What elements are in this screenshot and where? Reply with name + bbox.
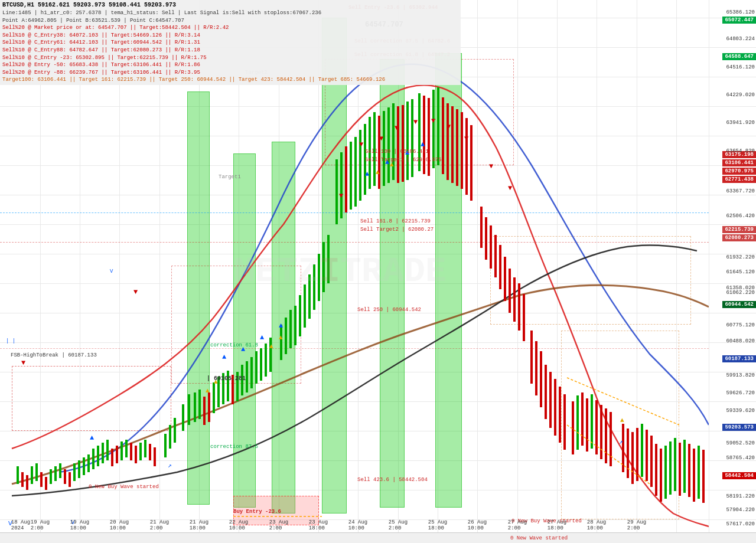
- svg-text:▲: ▲: [260, 333, 265, 342]
- svg-text:▼: ▼: [21, 359, 26, 367]
- time-label-9: 24 Aug10:00: [348, 519, 367, 531]
- price-box-65072: 65072.447: [722, 17, 756, 24]
- svg-text:▲: ▲: [365, 170, 370, 178]
- sell-target2-label: Sell Target2 | 62080.27: [360, 227, 434, 233]
- svg-text:▼: ▼: [133, 288, 138, 296]
- price-57904: 57904.220: [725, 506, 756, 513]
- correction-618: correction 61.8: [210, 342, 258, 348]
- svg-text:▲: ▲: [90, 434, 94, 442]
- svg-text:▼: ▼: [464, 135, 469, 143]
- price-box-62216: 62215.739: [722, 226, 756, 233]
- wave-buy-1: 0 New Buy Wave started: [89, 484, 159, 490]
- price-box-64589: 64588.647: [722, 53, 756, 60]
- fsb-high-label: FSB-HighToBreak | 60187.133: [11, 352, 97, 358]
- time-label-1: 19 Aug2:00: [31, 519, 50, 531]
- price-58191: 58191.220: [725, 493, 756, 500]
- svg-text:▲: ▲: [222, 353, 227, 361]
- svg-text:▼: ▼: [447, 123, 451, 131]
- price-60105: | 60105.281: [207, 375, 246, 382]
- price-box-60945: 60944.542: [722, 301, 756, 308]
- time-label-6: 22 Aug10:00: [229, 519, 248, 531]
- title-bar: BTCUSD,H1 59162.621 59203.973 59108.441 …: [2, 1, 458, 9]
- price-61932: 61932.220: [725, 254, 756, 261]
- price-64229: 64229.020: [725, 91, 756, 99]
- time-label-7: 23 Aug2:00: [269, 519, 288, 531]
- info-line11: Target100: 63106.441 || Target 161: 6221…: [2, 76, 458, 84]
- time-label-12: 26 Aug10:00: [468, 519, 487, 531]
- price-64803: 64803.224: [725, 35, 756, 42]
- sell-100-label: Sell 100 | 63106.441: [365, 149, 429, 155]
- svg-text:▼: ▼: [359, 140, 364, 149]
- svg-text:▼: ▼: [431, 117, 436, 125]
- time-label-8: 23 Aug18:00: [309, 519, 328, 531]
- svg-text:▲: ▲: [376, 169, 380, 176]
- status-bar: 0 New Wave started: [0, 532, 756, 543]
- time-label-11: 25 Aug18:00: [428, 519, 447, 531]
- info-line7: Sell%10 @ C_Entry88: 64782.647 || Target…: [2, 47, 458, 54]
- svg-text:▲: ▲: [269, 343, 273, 350]
- svg-text:↗: ↗: [619, 439, 623, 446]
- time-label-16: 29 Aug2:00: [627, 519, 646, 531]
- time-label-15: 28 Aug10:00: [587, 519, 606, 531]
- time-label-0: 18 Aug2024: [11, 519, 30, 531]
- svg-text:▼: ▼: [379, 135, 384, 143]
- price-60775: 60775.120: [725, 322, 756, 329]
- price-62506: 62506.420: [725, 212, 756, 220]
- svg-text:| |: | |: [6, 338, 15, 344]
- price-63367: 63367.720: [725, 188, 756, 195]
- info-line8: Sell%10 @ C_Entry -23: 65302.895 || Targ…: [2, 54, 458, 62]
- sell-1618-label: Sell 161.8 | 62215.739: [360, 218, 431, 224]
- price-59339: 59339.620: [725, 407, 756, 414]
- price-63655: 63654.820: [725, 148, 756, 155]
- svg-text:▼: ▼: [395, 124, 399, 132]
- svg-text:▼: ▼: [339, 192, 344, 200]
- price-58765: 58765.420: [725, 454, 756, 462]
- correction-875: correction 87.5: [210, 444, 258, 450]
- svg-text:▼: ▼: [489, 162, 494, 171]
- sell-250-label: Sell 250 | 60944.542: [357, 307, 421, 313]
- top-info-panel: BTCUSD,H1 59162.621 59203.973 59108.441 …: [0, 0, 461, 85]
- price-box-58442: 58442.504: [722, 472, 756, 479]
- price-box-59204: 59203.573: [722, 424, 756, 431]
- time-label-10: 25 Aug2:00: [389, 519, 408, 531]
- info-line9: Sell%20 @ Entry -50: 65683.438 || Target…: [2, 61, 458, 69]
- price-57617: 57617.020: [725, 521, 756, 528]
- price-box-62771: 62771.438: [722, 176, 756, 183]
- time-label-5: 21 Aug18:00: [190, 519, 208, 531]
- price-59627: 59626.720: [725, 390, 756, 397]
- price-60488: 60488.020: [725, 338, 756, 345]
- price-63942: 63941.920: [725, 119, 756, 126]
- svg-text:▲: ▲: [279, 322, 284, 330]
- time-label-14: 27 Aug18:00: [548, 519, 566, 531]
- svg-text:▲: ▲: [279, 334, 283, 341]
- info-line10: Sell%20 @ Entry -88: 66239.767 || Target…: [2, 69, 458, 77]
- svg-text:▲: ▲: [421, 140, 425, 149]
- price-box-60187: 60187.133: [722, 355, 756, 362]
- time-label-3: 20 Aug10:00: [110, 519, 129, 531]
- price-61062: 61062.220: [725, 289, 756, 296]
- buy-entry-label: Buy Entry -23.6: [233, 509, 281, 515]
- svg-text:↗: ↗: [168, 462, 172, 469]
- price-box-63107: 63106.441: [722, 159, 756, 166]
- time-label-13: 27 Aug2:00: [508, 519, 527, 531]
- sell-target1-label: Sell Target1 | 62970.975: [365, 157, 442, 163]
- info-line3: Point A:64962.805 | Point B:63521.539 | …: [2, 17, 458, 25]
- price-box-62971: 62970.975: [722, 168, 756, 175]
- info-line6: Sell%10 @ C_Entry61: 64412.103 || Target…: [2, 39, 458, 47]
- grid-line: [709, 0, 709, 543]
- info-line5: Sell%10 @ C_Entry38: 64072.103 || Target…: [2, 32, 458, 40]
- svg-text:▲: ▲: [620, 417, 624, 424]
- price-61645: 61645.120: [725, 269, 756, 276]
- price-64516: 64516.120: [725, 64, 756, 71]
- target1-label: Target1: [219, 174, 241, 180]
- price-65386: 65386.120: [725, 9, 756, 16]
- info-line4: Sell%20 @ Market price or at: 64547.707 …: [2, 24, 458, 32]
- status-wave-text: 0 New Wave started: [510, 535, 568, 541]
- svg-text:▲: ▲: [206, 387, 210, 394]
- svg-text:▼: ▼: [508, 184, 513, 192]
- info-line2: Line:1485 | h1_atr_c0: 257.6378 | tema_h…: [2, 9, 458, 17]
- time-label-4: 21 Aug2:00: [150, 519, 169, 531]
- svg-text:V: V: [110, 269, 113, 274]
- time-label-2: 19 Aug18:00: [70, 519, 89, 531]
- svg-text:▼: ▼: [413, 118, 418, 126]
